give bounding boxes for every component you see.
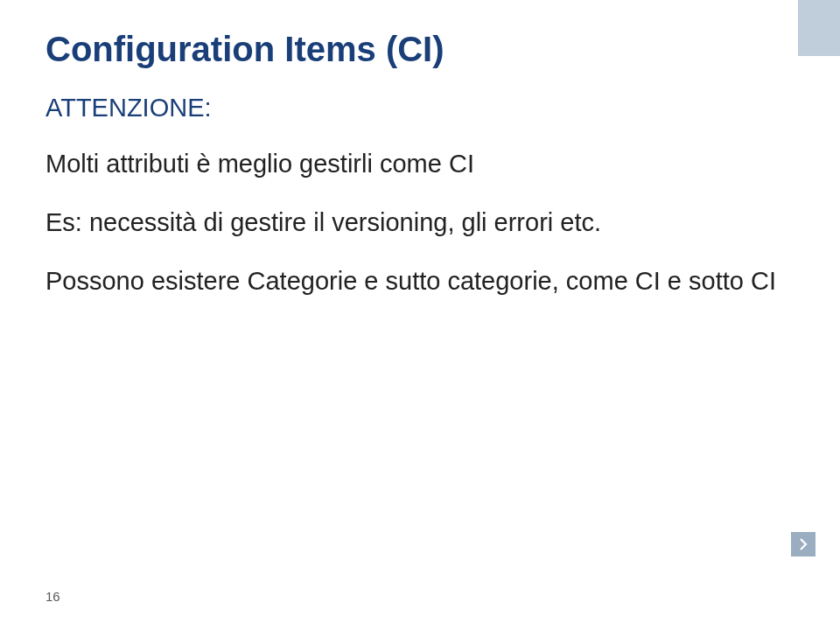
slide-title: Configuration Items (CI)	[46, 30, 788, 69]
next-button[interactable]	[791, 532, 816, 556]
page-number: 16	[46, 589, 60, 604]
chevron-right-icon	[798, 538, 808, 550]
slide-subtitle: ATTENZIONE:	[46, 94, 788, 122]
content-area: Configuration Items (CI) ATTENZIONE: Mol…	[46, 30, 788, 323]
corner-decoration	[798, 0, 840, 56]
body-line-2: Es: necessità di gestire il versioning, …	[46, 206, 788, 240]
body-line-3: Possono esistere Categorie e sutto categ…	[46, 264, 788, 298]
slide: Configuration Items (CI) ATTENZIONE: Mol…	[0, 0, 840, 630]
body-line-1: Molti attributi è meglio gestirli come C…	[46, 147, 788, 181]
